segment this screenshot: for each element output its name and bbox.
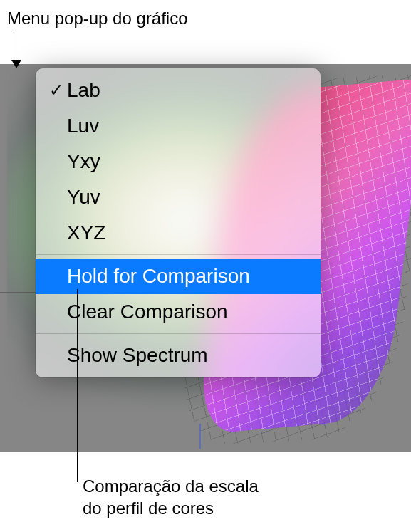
menu-item-yxy[interactable]: Yxy bbox=[36, 144, 321, 179]
menu-item-luv[interactable]: Luv bbox=[36, 108, 321, 144]
plot-popup-menu: ✓ Lab Luv Yxy Yuv XYZ Hold for Compariso… bbox=[36, 68, 321, 377]
menu-item-clear-comparison[interactable]: Clear Comparison bbox=[36, 294, 321, 330]
callout-bottom-line2: do perfil de cores bbox=[83, 497, 259, 519]
menu-item-label: Luv bbox=[67, 111, 99, 141]
menu-item-label: Hold for Comparison bbox=[67, 261, 250, 291]
callout-bottom-line1: Comparação da escala bbox=[83, 475, 259, 497]
menu-divider bbox=[36, 254, 321, 255]
menu-item-show-spectrum[interactable]: Show Spectrum bbox=[36, 338, 321, 373]
menu-divider bbox=[36, 333, 321, 334]
checkmark-icon: ✓ bbox=[46, 78, 67, 103]
callout-bottom-line bbox=[77, 289, 78, 482]
menu-item-label: XYZ bbox=[67, 218, 105, 248]
menu-item-label: Yxy bbox=[67, 147, 100, 177]
menu-item-label: Lab bbox=[67, 75, 100, 105]
menu-item-xyz[interactable]: XYZ bbox=[36, 215, 321, 251]
axis-vertical bbox=[199, 424, 201, 449]
menu-item-lab[interactable]: ✓ Lab bbox=[36, 73, 321, 108]
menu-item-label: Clear Comparison bbox=[67, 297, 228, 327]
menu-item-label: Show Spectrum bbox=[67, 340, 208, 370]
menu-item-yuv[interactable]: Yuv bbox=[36, 179, 321, 215]
callout-bottom-label: Comparação da escala do perfil de cores bbox=[83, 475, 259, 519]
callout-top-arrow-icon bbox=[11, 60, 21, 68]
menu-item-label: Yuv bbox=[67, 182, 100, 212]
callout-top-label: Menu pop-up do gráfico bbox=[7, 9, 188, 28]
callout-top-line bbox=[16, 32, 16, 62]
menu-item-hold-comparison[interactable]: Hold for Comparison bbox=[36, 259, 321, 294]
